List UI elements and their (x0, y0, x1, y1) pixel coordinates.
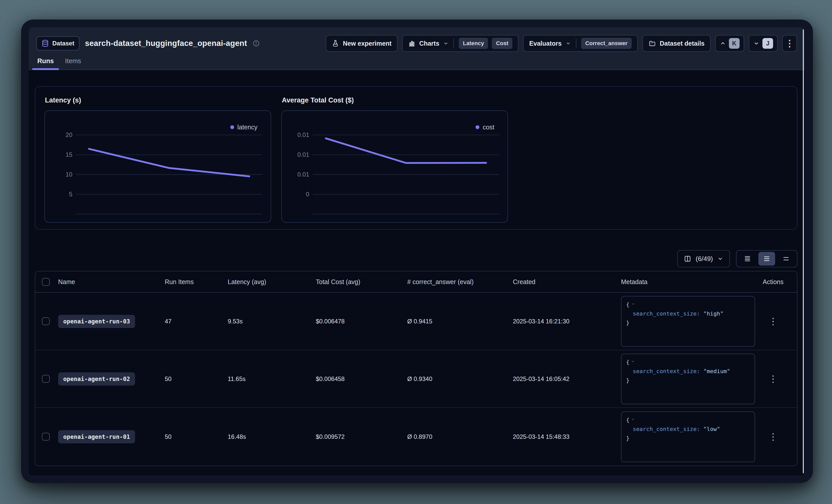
page-title: search-dataset_huggingface_openai-agent (85, 39, 247, 48)
col-header-actions: Actions (763, 278, 797, 286)
brace-open: { (626, 417, 629, 423)
legend-dot (230, 125, 234, 129)
kebab-menu-icon: ⋮ (769, 316, 778, 327)
tab-items[interactable]: Items (59, 53, 87, 70)
metadata-json-viewer[interactable]: { search_context_size: "low" } (621, 412, 755, 462)
svg-text:0.01: 0.01 (297, 171, 309, 178)
created-cell: 2025-03-14 16:21:30 (513, 318, 621, 325)
created-cell: 2025-03-14 16:05:42 (513, 375, 621, 383)
info-icon[interactable] (253, 40, 260, 47)
page-header: Dataset search-dataset_huggingface_opena… (29, 27, 805, 70)
runs-table: Name Run Items Latency (avg) Total Cost … (35, 271, 798, 466)
evaluators-group: Evaluators Correct_answer (523, 35, 638, 52)
row-checkbox[interactable] (42, 317, 50, 325)
row-actions-menu[interactable]: ⋮ (766, 313, 780, 330)
run-items-cell: 50 (165, 375, 228, 383)
chevron-down-icon[interactable] (631, 359, 635, 363)
vertical-scrollbar[interactable] (803, 29, 804, 473)
table-row[interactable]: openai-agent-run-02 50 11.65s $0.006458 … (35, 350, 797, 408)
table-row[interactable]: openai-agent-run-03 47 9.53s $0.006478 Ø… (35, 293, 797, 350)
cost-chart: 0.010.010.010 cost (281, 110, 508, 223)
col-header-metadata[interactable]: Metadata (621, 278, 763, 286)
col-header-created[interactable]: Created (513, 278, 621, 286)
row-actions-menu[interactable]: ⋮ (766, 429, 780, 445)
bar-chart-icon (408, 40, 415, 47)
latency-chart: 2015105 latency (45, 110, 271, 223)
run-items-cell: 50 (165, 433, 228, 440)
svg-text:5: 5 (69, 191, 72, 198)
chart-pill-latency[interactable]: Latency (459, 38, 488, 49)
brace-open: { (626, 359, 629, 365)
chevron-down-icon[interactable] (631, 302, 635, 306)
new-experiment-button[interactable]: New experiment (326, 35, 397, 52)
brace-close: } (626, 377, 629, 384)
total-cost-cell: $0.006458 (316, 375, 407, 383)
app-surface: Dataset search-dataset_huggingface_opena… (29, 27, 805, 475)
more-options-button[interactable]: ⋮ (782, 35, 797, 52)
previous-item-button[interactable]: K (715, 35, 744, 52)
dataset-type-badge[interactable]: Dataset (36, 36, 79, 51)
chevron-down-icon (565, 40, 571, 46)
chevron-down-icon (753, 40, 759, 47)
flask-icon (332, 39, 339, 47)
table-row[interactable]: openai-agent-run-01 50 16.48s $0.009572 … (35, 408, 797, 466)
tab-runs[interactable]: Runs (32, 53, 59, 70)
col-header-latency[interactable]: Latency (avg) (228, 278, 316, 286)
col-header-run-items[interactable]: Run Items (165, 278, 228, 286)
column-count-label: (6/49) (696, 255, 713, 263)
chart-pill-cost[interactable]: Cost (492, 38, 512, 49)
dataset-badge-label: Dataset (52, 40, 74, 47)
legend-label: latency (237, 123, 257, 131)
new-experiment-label: New experiment (343, 40, 391, 47)
col-header-name[interactable]: Name (58, 278, 165, 286)
folder-icon (648, 40, 656, 47)
row-height-small[interactable] (739, 252, 756, 265)
metadata-json-viewer[interactable]: { search_context_size: "medium" } (621, 354, 755, 404)
metadata-key: search_context_size: (633, 310, 700, 317)
kebab-menu-icon: ⋮ (785, 38, 794, 49)
row-height-medium[interactable] (758, 252, 775, 265)
header-actions: New experiment Charts Latency Cost Eval (326, 35, 797, 52)
svg-text:0.01: 0.01 (297, 151, 309, 158)
legend-dot (475, 125, 479, 129)
rows-dense-icon (744, 255, 751, 262)
table-header-row: Name Run Items Latency (avg) Total Cost … (35, 272, 797, 293)
row-checkbox[interactable] (42, 375, 50, 383)
run-name-badge[interactable]: openai-agent-run-02 (58, 372, 135, 386)
cost-chart-title: Average Total Cost ($) (282, 96, 508, 104)
kebab-menu-icon: ⋮ (769, 431, 778, 442)
app-window: Dataset search-dataset_huggingface_opena… (21, 20, 813, 483)
dataset-details-button[interactable]: Dataset details (642, 35, 711, 52)
divider (453, 38, 454, 48)
rows-tall-icon (782, 255, 790, 262)
row-checkbox[interactable] (42, 433, 50, 441)
next-item-button[interactable]: J (749, 35, 778, 52)
metadata-json-viewer[interactable]: { search_context_size: "high" } (621, 296, 755, 347)
svg-text:0: 0 (306, 191, 309, 198)
columns-icon (684, 255, 691, 262)
run-name-badge[interactable]: openai-agent-run-03 (58, 315, 135, 328)
divider (576, 38, 576, 48)
charts-panel: Latency (s) 2015105 latency Average Tota… (35, 86, 798, 229)
dataset-details-label: Dataset details (660, 40, 705, 47)
run-items-cell: 47 (165, 318, 228, 325)
charts-group: Charts Latency Cost (402, 35, 518, 52)
eval-cell: Ø 0.9415 (407, 318, 513, 325)
latency-chart-group: Latency (s) 2015105 latency (45, 96, 271, 229)
col-header-correct-answer[interactable]: # correct_answer (eval) (407, 278, 513, 286)
select-all-checkbox[interactable] (42, 278, 50, 286)
cost-chart-group: Average Total Cost ($) 0.010.010.010 cos… (281, 96, 508, 229)
row-actions-menu[interactable]: ⋮ (766, 371, 780, 387)
row-height-large[interactable] (778, 252, 795, 265)
run-name-badge[interactable]: openai-agent-run-01 (58, 430, 135, 443)
evaluators-dropdown[interactable]: Evaluators (529, 40, 562, 47)
column-visibility-button[interactable]: (6/49) (677, 250, 730, 267)
evaluator-pill-correct-answer[interactable]: Correct_answer (581, 38, 631, 49)
charts-dropdown[interactable]: Charts (419, 40, 439, 47)
metadata-value: "medium" (703, 368, 730, 374)
tab-bar: Runs Items (32, 53, 87, 70)
created-cell: 2025-03-14 15:48:33 (513, 433, 621, 440)
latency-chart-title: Latency (s) (45, 96, 271, 104)
col-header-total-cost[interactable]: Total Cost (avg) (316, 278, 407, 286)
chevron-down-icon[interactable] (631, 417, 635, 421)
